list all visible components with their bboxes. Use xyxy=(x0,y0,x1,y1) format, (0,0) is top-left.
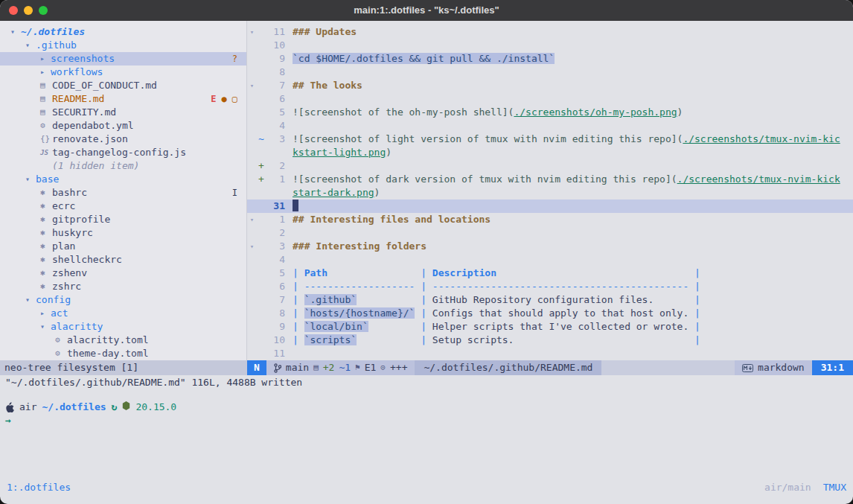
editor-line[interactable]: 7| `.github` | GitHub Repository configu… xyxy=(247,293,853,307)
editor-line[interactable]: +2 xyxy=(247,159,853,173)
line-number: 4 xyxy=(266,253,285,267)
line-number: 10 xyxy=(266,334,285,347)
editor-line[interactable]: 10| `scripts` | Setup scripts. | xyxy=(247,334,853,347)
fold-column xyxy=(247,119,257,133)
chevron-down-icon[interactable]: ▾ xyxy=(25,173,36,186)
tree-item[interactable]: (1 hidden item) xyxy=(0,159,246,173)
sign-column xyxy=(257,267,266,280)
chevron-down-icon[interactable]: ▾ xyxy=(40,320,51,334)
editor-line[interactable]: 8| `hosts/{hostname}/` | Configs that sh… xyxy=(247,307,853,320)
sign-column xyxy=(257,106,266,119)
editor-line[interactable]: ▾11### Updates xyxy=(247,25,853,39)
editor-line[interactable]: 5| Path | Description | xyxy=(247,267,853,280)
tree-item[interactable]: ✱shellcheckrc xyxy=(0,253,246,267)
editor-line[interactable]: 2 xyxy=(247,226,853,240)
tree-item[interactable]: ✱plan xyxy=(0,240,246,253)
editor-line[interactable]: 10 xyxy=(247,39,853,52)
tree-item[interactable]: ▤SECURITY.md xyxy=(0,106,246,119)
tree-item[interactable]: ▾.github xyxy=(0,39,246,52)
tree-item[interactable]: ⚙alacritty.toml xyxy=(0,334,246,347)
line-number: 5 xyxy=(266,106,285,119)
sign-column xyxy=(257,334,266,347)
sign-column xyxy=(257,213,266,226)
tree-item-label: alacritty.toml xyxy=(67,334,149,347)
sign-column xyxy=(257,320,266,334)
editor-line[interactable]: 9| `local/bin` | Helper scripts that I'v… xyxy=(247,320,853,334)
line-text xyxy=(293,66,853,79)
status-badge: ▢ xyxy=(232,92,237,106)
git-status-segment: main ▤ +2 ~1 ⚑ E1 ⊙ +++ xyxy=(266,360,415,375)
tree-item[interactable]: ✱huskyrc xyxy=(0,226,246,240)
tree-item[interactable]: ▾config xyxy=(0,293,246,307)
editor-pane[interactable]: ▾11### Updates109`cd $HOME/.dotfiles && … xyxy=(247,21,853,360)
chevron-down-icon[interactable]: ▾ xyxy=(25,293,36,307)
text-segment: ----------------------------------------… xyxy=(432,281,694,292)
tree-item[interactable]: ✱zshrc xyxy=(0,280,246,293)
editor-line[interactable]: 11 xyxy=(247,347,853,360)
editor-line[interactable]: ▾3### Interesting folders xyxy=(247,240,853,253)
line-number: 10 xyxy=(266,39,285,52)
editor-line[interactable]: 6| ------------------- | ---------------… xyxy=(247,280,853,293)
text-segment xyxy=(496,267,694,278)
line-number: 11 xyxy=(266,347,285,360)
editor-line[interactable]: +1![screenshot of dark version of tmux w… xyxy=(247,173,853,186)
tree-item[interactable]: ⚙theme-day.toml xyxy=(0,347,246,360)
line-text: ## Interesting files and locations xyxy=(293,213,853,226)
line-text xyxy=(293,159,853,173)
line-number: 6 xyxy=(266,92,285,106)
editor-line[interactable]: 4 xyxy=(247,119,853,133)
tree-item[interactable]: ✱bashrcI xyxy=(0,186,246,200)
fold-open-icon[interactable]: ▾ xyxy=(247,213,257,226)
editor-line[interactable]: 31 xyxy=(247,200,853,213)
sign-column xyxy=(257,226,266,240)
fullscreen-button[interactable] xyxy=(39,6,48,15)
tree-item[interactable]: ▾~/.dotfiles xyxy=(0,25,246,39)
editor-line[interactable]: 5![screenshot of the oh-my-posh shell](.… xyxy=(247,106,853,119)
sign-column xyxy=(257,79,266,92)
tree-item[interactable]: ▾base xyxy=(0,173,246,186)
text-segment: | xyxy=(421,281,432,292)
tree-item[interactable]: ▾alacritty xyxy=(0,320,246,334)
fold-open-icon[interactable]: ▾ xyxy=(247,79,257,92)
chevron-down-icon[interactable]: ▾ xyxy=(25,39,36,52)
tree-item-label: huskyrc xyxy=(52,226,93,240)
fold-open-icon[interactable]: ▾ xyxy=(247,240,257,253)
tree-item[interactable]: {}renovate.json xyxy=(0,133,246,146)
chevron-right-icon[interactable]: ▸ xyxy=(40,307,51,320)
tmux-window-name[interactable]: 1:.dotfiles xyxy=(7,481,71,494)
editor-line[interactable]: start-dark.png) xyxy=(247,186,853,200)
fold-column xyxy=(247,280,257,293)
editor-line[interactable]: 6 xyxy=(247,92,853,106)
asterisk-icon: ✱ xyxy=(40,280,52,293)
editor-line[interactable]: 9`cd $HOME/.dotfiles && git pull && ./in… xyxy=(247,52,853,66)
git-branch-icon xyxy=(274,363,281,373)
line-number: 9 xyxy=(266,52,285,66)
editor-line[interactable]: ~3![screenshot of light version of tmux … xyxy=(247,133,853,146)
chevron-right-icon[interactable]: ▸ xyxy=(40,52,51,66)
tree-item[interactable]: ⚙dependabot.yml xyxy=(0,119,246,133)
chevron-down-icon[interactable]: ▾ xyxy=(10,25,21,39)
tree-item[interactable]: ▸screenshots? xyxy=(0,52,246,66)
tree-item[interactable]: ▸act xyxy=(0,307,246,320)
tree-item[interactable]: ✱ecrc xyxy=(0,200,246,213)
editor-line[interactable]: 4 xyxy=(247,253,853,267)
tree-item[interactable]: ▸workflows xyxy=(0,66,246,79)
status-bar-row: neo-tree filesystem [1] N main ▤ +2 ~1 ⚑… xyxy=(0,360,853,375)
editor-line[interactable]: kstart-light.png) xyxy=(247,146,853,159)
tree-item[interactable]: ✱gitprofile xyxy=(0,213,246,226)
tree-item[interactable]: ✱zshenv xyxy=(0,267,246,280)
line-text: ### Updates xyxy=(293,25,853,39)
apple-icon xyxy=(5,402,14,412)
editor-line[interactable]: 8 xyxy=(247,66,853,79)
fold-open-icon[interactable]: ▾ xyxy=(247,25,257,39)
editor-line[interactable]: ▾1## Interesting files and locations xyxy=(247,213,853,226)
line-number: 7 xyxy=(266,79,285,92)
minimize-button[interactable] xyxy=(24,6,33,15)
close-button[interactable] xyxy=(9,6,18,15)
editor-line[interactable]: ▾7## The looks xyxy=(247,79,853,92)
tree-item[interactable]: ▤README.mdE●▢ xyxy=(0,92,246,106)
tree-item[interactable]: ▤CODE_OF_CONDUCT.md xyxy=(0,79,246,92)
chevron-right-icon[interactable]: ▸ xyxy=(40,66,51,79)
tree-item[interactable]: JStag-changelog-config.js xyxy=(0,146,246,159)
text-segment xyxy=(357,294,421,305)
